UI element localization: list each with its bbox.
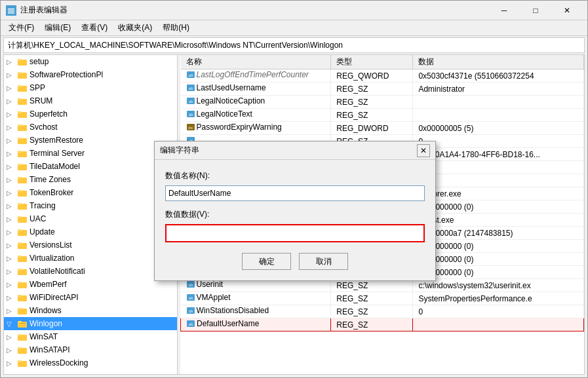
expand-arrow: ▷ — [7, 58, 17, 66]
table-row[interactable]: ab LegalNoticeText REG_SZ — [181, 109, 584, 122]
svg-rect-9 — [18, 85, 22, 87]
col-name: 名称 — [181, 55, 331, 69]
maximize-button[interactable]: □ — [520, 1, 551, 20]
folder-icon — [17, 135, 28, 145]
cell-data: Administrator — [413, 83, 584, 96]
expand-arrow: ▷ — [7, 202, 17, 210]
svg-rect-33 — [18, 242, 22, 244]
folder-icon — [17, 109, 28, 119]
name-input[interactable] — [165, 185, 425, 201]
cell-data: 0x00000005 (5) — [413, 122, 584, 135]
close-button[interactable]: ✕ — [552, 1, 582, 20]
tree-item-uac[interactable]: ▷ UAC — [4, 212, 177, 225]
data-input[interactable] — [165, 224, 425, 242]
cell-data: 0x00000000 (0) — [413, 240, 584, 253]
folder-icon — [17, 227, 28, 237]
expand-arrow: ▷ — [7, 163, 17, 170]
dialog-title-bar: 编辑字符串 ✕ — [155, 142, 435, 160]
name-label: 数值名称(N): — [165, 170, 425, 181]
svg-rect-37 — [18, 269, 22, 271]
tree-item-update[interactable]: ▷ Update — [4, 225, 177, 238]
cell-type: REG_SZ — [331, 96, 413, 109]
tree-item-tokenbroker[interactable]: ▷ TokenBroker — [4, 186, 177, 199]
tree-item-winsat[interactable]: ▷ WinSAT — [4, 330, 177, 343]
tree-label: VersionsList — [29, 240, 72, 250]
cell-type: REG_SZ — [331, 109, 413, 122]
folder-icon — [17, 240, 28, 250]
cell-type: REG_SZ — [331, 318, 413, 331]
expand-arrow: ▷ — [7, 281, 17, 288]
svg-rect-27 — [18, 203, 22, 205]
table-row[interactable]: ab LastUsedUsername REG_SZ Administrator — [181, 83, 584, 96]
tree-item-tiledatamodel[interactable]: ▷ TileDataModel — [4, 160, 177, 173]
dialog-title: 编辑字符串 — [160, 145, 417, 156]
menu-edit[interactable]: 编辑(E) — [39, 21, 76, 35]
svg-rect-3 — [8, 12, 14, 14]
svg-rect-35 — [18, 255, 22, 257]
folder-icon — [17, 358, 28, 368]
expand-arrow: ▷ — [7, 229, 17, 236]
tree-item-superfetch[interactable]: ▷ Superfetch — [4, 107, 177, 121]
tree-item-wirelessdocking[interactable]: ▷ WirelessDocking — [4, 356, 177, 369]
tree-item-svchost[interactable]: ▷ Svchost — [4, 121, 177, 134]
expand-arrow: ▷ — [7, 111, 17, 118]
svg-text:ab: ab — [188, 309, 193, 314]
folder-icon — [17, 305, 28, 316]
tree-item-softwareprotection[interactable]: ▷ SoftwareProtectionPl — [4, 68, 177, 81]
svg-rect-46 — [19, 323, 26, 324]
cell-name: ab VMApplet — [181, 292, 331, 305]
tree-panel[interactable]: ▷ setup ▷ SoftwareProtectionPl ▷ SPP — [4, 55, 178, 374]
cancel-button[interactable]: 取消 — [299, 253, 348, 270]
edit-string-dialog: 编辑字符串 ✕ 数值名称(N): 数值数据(V): 确定 取消 — [154, 141, 436, 281]
folder-icon — [17, 214, 28, 224]
menu-favorites[interactable]: 收藏夹(A) — [113, 21, 157, 35]
table-row[interactable]: ab LegalNoticeCaption REG_SZ — [181, 96, 584, 109]
tree-item-versionslist[interactable]: ▷ VersionsList — [4, 238, 177, 252]
table-row-defaultusername[interactable]: ab DefaultUserName REG_SZ — [181, 318, 584, 331]
cell-data: 0 — [413, 135, 584, 148]
tree-item-winlogon[interactable]: ▽ Winlogon — [4, 317, 177, 330]
tree-item-setup[interactable]: ▷ setup — [4, 55, 177, 68]
folder-icon — [17, 345, 28, 355]
cell-data: 0 — [413, 305, 584, 318]
folder-icon — [17, 331, 28, 342]
tree-label: WbemPerf — [29, 280, 67, 289]
menu-bar: 文件(F) 编辑(E) 查看(V) 收藏夹(A) 帮助(H) — [1, 20, 587, 36]
menu-file[interactable]: 文件(F) — [3, 21, 39, 35]
tree-item-volatilenotif[interactable]: ▷ VolatileNotificati — [4, 265, 177, 278]
table-row[interactable]: ab VMApplet REG_SZ SystemPropertiesPerfo… — [181, 292, 584, 305]
cell-data: 0x800000a7 (2147483815) — [413, 227, 584, 240]
tree-item-timezones[interactable]: ▷ Time Zones — [4, 173, 177, 186]
svg-rect-25 — [18, 190, 22, 192]
table-row[interactable]: ab WinStationsDisabled REG_SZ 0 — [181, 305, 584, 318]
tree-item-spp[interactable]: ▷ SPP — [4, 81, 177, 94]
svg-text:ab: ab — [188, 99, 193, 104]
minimize-button[interactable]: ─ — [489, 1, 519, 20]
svg-text:ab: ab — [188, 295, 193, 301]
tree-label: WinSAT — [29, 332, 58, 341]
ok-button[interactable]: 确定 — [242, 253, 291, 270]
cell-data — [413, 318, 584, 331]
svg-rect-15 — [18, 124, 22, 126]
tree-item-windows[interactable]: ▷ Windows — [4, 304, 177, 317]
menu-help[interactable]: 帮助(H) — [157, 21, 195, 35]
table-row[interactable]: ab LastLogOffEndTimePerfCounter REG_QWOR… — [181, 69, 584, 83]
tree-item-systemrestore[interactable]: ▷ SystemRestore — [4, 134, 177, 147]
dialog-close-button[interactable]: ✕ — [417, 144, 430, 157]
tree-item-wbemperf[interactable]: ▷ WbemPerf — [4, 278, 177, 291]
tree-item-wifidirectapi[interactable]: ▷ WiFiDirectAPI — [4, 291, 177, 304]
breadcrumb-text: 计算机\HKEY_LOCAL_MACHINE\SOFTWARE\Microsof… — [8, 40, 343, 51]
tree-item-virtualization[interactable]: ▷ Virtualization — [4, 252, 177, 265]
tree-item-tracing[interactable]: ▷ Tracing — [4, 199, 177, 212]
menu-view[interactable]: 查看(V) — [76, 21, 113, 35]
cell-type: REG_QWORD — [331, 69, 413, 83]
dialog-buttons: 确定 取消 — [165, 253, 425, 270]
tree-label: SPP — [29, 83, 45, 92]
tree-item-winsatapi[interactable]: ▷ WinSATAPI — [4, 343, 177, 356]
expand-arrow: ▷ — [7, 268, 17, 275]
tree-item-srum[interactable]: ▷ SRUM — [4, 94, 177, 107]
tree-item-terminalserver[interactable]: ▷ Terminal Server — [4, 147, 177, 160]
svg-rect-52 — [18, 360, 22, 362]
table-row[interactable]: dw PasswordExpiryWarning REG_DWORD 0x000… — [181, 122, 584, 135]
col-type: 类型 — [331, 55, 413, 69]
